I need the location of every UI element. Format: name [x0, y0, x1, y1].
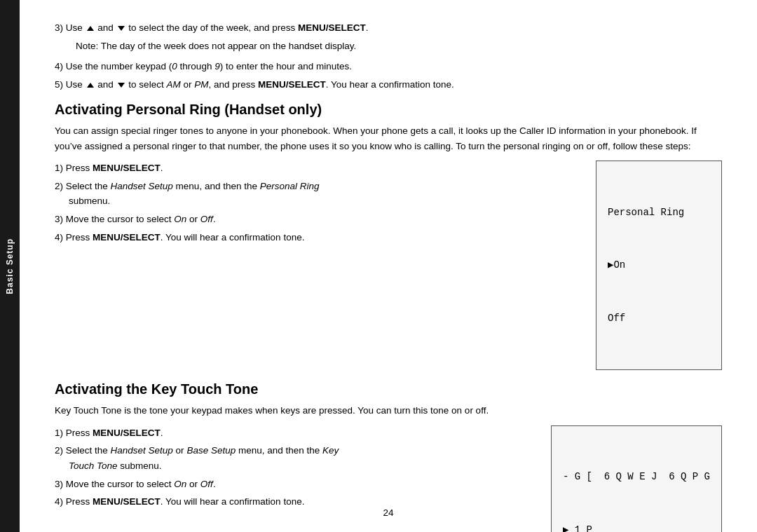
section2-step-2: 2) Select the Handset Setup or Base Setu… — [55, 443, 523, 473]
item-5: 5) Use and to select AM or PM, and press… — [55, 78, 722, 92]
step2-s2-indent: Touch Tone submenu. — [69, 458, 523, 474]
triangle-up-icon-2 — [87, 83, 94, 88]
note-text: Note: The day of the week does not appea… — [76, 41, 356, 51]
section2-step-1: 1) Press MENU/SELECT. — [55, 425, 523, 441]
item3-end: to select the day of the week, and press… — [128, 22, 368, 33]
section2-steps: 1) Press MENU/SELECT. 2) Select the Hand… — [55, 425, 523, 512]
lcd1-line3: Off — [608, 310, 710, 327]
item-4: 4) Use the number keypad (0 through 9) t… — [55, 60, 722, 74]
section1-desc: You can assign special ringer tones to a… — [55, 123, 722, 154]
main-content: 3) Use and to select the day of the week… — [20, 0, 757, 532]
lcd2-line1: - G [ 6 Q W E J 6 Q P G — [563, 468, 710, 486]
item3-text: 3) Use — [55, 22, 83, 33]
sidebar-label: Basic Setup — [5, 238, 15, 294]
section1-step-3: 3) Move the cursor to select On or Off. — [55, 212, 568, 227]
item5-and: and — [97, 79, 114, 90]
section1-step-4: 4) Press MENU/SELECT. You will hear a co… — [55, 230, 568, 245]
section2-lcd: - G [ 6 Q W E J 6 Q P G ▶ 1 P 1 H H — [551, 425, 722, 532]
section2-step-4: 4) Press MENU/SELECT. You will hear a co… — [55, 494, 523, 510]
triangle-down-icon — [118, 26, 125, 31]
section1-step-1: 1) Press MENU/SELECT. — [55, 161, 568, 176]
item4-text: 4) Use the number keypad (0 through 9) t… — [55, 61, 352, 71]
item5-end: to select AM or PM, and press MENU/SELEC… — [128, 79, 454, 90]
section1-step-2: 2) Select the Handset Setup menu, and th… — [55, 179, 568, 209]
section2-desc: Key Touch Tone is the tone your keypad m… — [55, 403, 722, 418]
triangle-up-icon — [87, 26, 94, 31]
item5-text: 5) Use — [55, 79, 83, 90]
triangle-down-icon-2 — [118, 83, 125, 88]
page-number: 24 — [383, 507, 393, 518]
step2-indent: submenu. — [69, 193, 568, 209]
section2-title: Activating the Key Touch Tone — [55, 381, 722, 397]
item3-and: and — [97, 22, 114, 33]
section1-lcd: Personal Ring ▶On Off — [596, 161, 722, 370]
item-3-note: Note: The day of the week does not appea… — [76, 39, 722, 53]
lcd1-line2: ▶On — [608, 257, 710, 274]
item-3: 3) Use and to select the day of the week… — [55, 21, 722, 35]
lcd1-line1: Personal Ring — [608, 204, 710, 221]
section1-steps: 1) Press MENU/SELECT. 2) Select the Hand… — [55, 161, 568, 247]
section1-steps-container: 1) Press MENU/SELECT. 2) Select the Hand… — [55, 161, 722, 370]
sidebar: Basic Setup — [0, 0, 20, 532]
section2-step-3: 3) Move the cursor to select On or Off. — [55, 477, 523, 492]
lcd2-line2: ▶ 1 P — [563, 521, 710, 532]
section1-title: Activating Personal Ring (Handset only) — [55, 102, 722, 118]
